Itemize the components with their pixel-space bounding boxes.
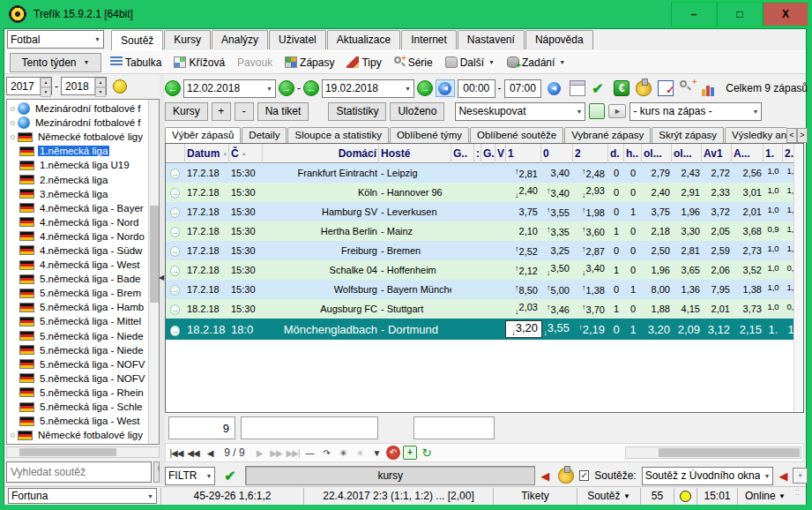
expand-window-icon[interactable]: + — [793, 468, 808, 484]
sidebar-item-league[interactable]: 2.německá liga — [7, 172, 148, 186]
tree-expand-icon[interactable] — [11, 107, 15, 111]
row-detail-icon[interactable]: → — [170, 326, 180, 336]
sidebar-item-league[interactable]: 5.německá liga - Rhein — [7, 386, 148, 400]
sidebar-item-league[interactable]: 5.německá liga - West — [7, 414, 148, 428]
reload-green[interactable]: ↻ — [420, 446, 434, 460]
next-record[interactable]: ▶ — [252, 448, 266, 458]
spin-up-icon[interactable]: ▲ — [41, 78, 51, 87]
tree-expand-icon[interactable] — [11, 121, 15, 125]
odds-cell[interactable]: ↑3,46 — [541, 303, 573, 315]
kursy-button[interactable]: Kursy — [165, 102, 208, 121]
prev-record[interactable]: ◀ — [203, 448, 217, 458]
na-tiket-button[interactable]: Na tiket — [257, 102, 309, 121]
scrollbar-thumb[interactable] — [659, 448, 800, 457]
tab-7[interactable]: Skrýt zápasy — [652, 127, 724, 143]
table-horizontal-scrollbar[interactable] — [625, 446, 801, 459]
menu-tab-2[interactable]: Kursy — [164, 30, 211, 49]
table-row[interactable]: →17.2.1815:30Hertha Berlin- Mainz2,10↑3,… — [166, 221, 803, 241]
odds-cell[interactable]: 2,10 — [506, 226, 541, 236]
toolbar-button-další[interactable]: Další▼ — [445, 56, 495, 69]
sidebar-item-league[interactable]: Mezinárodní fotbalové f — [7, 101, 148, 116]
online-dropdown[interactable]: Online ▼ — [738, 488, 793, 505]
sidebar-item-league[interactable]: Mezinárodní fotbalové f — [7, 116, 148, 130]
date-forward-icon[interactable]: → — [279, 80, 294, 96]
summary-box[interactable] — [413, 416, 495, 439]
sidebar-item-league[interactable]: 5.německá liga - Brem — [7, 286, 148, 300]
close-button[interactable]: X — [763, 2, 808, 26]
toolbar-button-pavouk[interactable]: Pavouk — [237, 56, 272, 69]
table-row[interactable]: →17.2.1815:30Wolfsburg- Bayern München↑8… — [166, 280, 803, 299]
alarm-bell-icon[interactable] — [558, 468, 574, 484]
odds-cell[interactable]: ↑3,40 — [541, 186, 573, 199]
odds-cell[interactable]: 3,75 — [506, 206, 541, 217]
sidebar-item-league[interactable]: 4.německá liga - Südw — [7, 244, 148, 258]
sidebar-item-league[interactable]: 5.německá liga - NOFV — [7, 371, 148, 386]
souteze-select[interactable]: Soutěž z Úvodního okna ▼ — [642, 467, 774, 485]
tab-8[interactable]: Výsledky analýz z více filtrů — [725, 127, 786, 143]
bookmaker-select[interactable]: Fortuna ▼ — [8, 488, 157, 504]
souteze-checkbox[interactable]: ✓ — [579, 470, 589, 481]
odds-cell[interactable]: 3,25 — [541, 245, 573, 256]
row-detail-icon[interactable]: → — [170, 169, 180, 179]
tab-5[interactable]: Oblíbené soutěže — [470, 127, 563, 143]
odds-cell[interactable]: ↑8,50 — [506, 283, 541, 296]
zoom-plus-icon[interactable]: + — [680, 80, 696, 96]
first-record[interactable]: |◀◀ — [169, 448, 183, 458]
odds-cell[interactable]: ↑5,00 — [541, 283, 573, 296]
sidebar-item-league[interactable]: Německé fotbalové ligy — [7, 130, 148, 144]
odds-cell[interactable]: ↑2,19 — [573, 323, 608, 336]
last-record[interactable]: ▶▶| — [286, 448, 300, 458]
menu-tab-1[interactable]: Soutěž — [111, 30, 163, 50]
spin-up-icon[interactable]: ▲ — [95, 78, 106, 87]
date-forward-icon[interactable]: → — [417, 80, 433, 96]
sidebar-item-league[interactable]: 4.německá liga - Nordo — [7, 229, 148, 244]
odds-cell[interactable]: ↓3,40 — [573, 263, 608, 277]
time-to-field[interactable]: 07:00 — [504, 79, 542, 98]
tree-expand-icon[interactable] — [11, 433, 15, 438]
sidebar-item-league[interactable]: 1.německá liga — [7, 144, 148, 158]
odds-cell[interactable]: ↑2,12 — [506, 264, 541, 276]
menu-tab-8[interactable]: Nápověda — [525, 30, 593, 49]
odds-cell[interactable]: ↑1,98 — [573, 206, 608, 218]
menu-tab-3[interactable]: Analýzy — [212, 30, 268, 49]
checklist-icon[interactable]: ✓ — [658, 80, 674, 96]
statistiky-button[interactable]: Statistiky — [328, 102, 386, 121]
odds-cell[interactable]: ↓3,20 — [506, 321, 541, 337]
tab-4[interactable]: Oblíbené týmy — [390, 127, 469, 143]
sidebar-item-league[interactable]: Německé fotbalové ligy — [7, 428, 148, 442]
date-back-icon[interactable]: ← — [303, 80, 319, 96]
odds-cell[interactable]: ↑2,52 — [506, 244, 541, 257]
add-green[interactable]: + — [403, 446, 417, 460]
toolbar-button-křížová[interactable]: Křížová — [174, 56, 225, 69]
odds-cell[interactable]: ↑2,48 — [573, 167, 608, 179]
minus-button[interactable]: - — [235, 102, 254, 121]
odds-cell[interactable]: ↑1,38 — [573, 283, 608, 296]
tree-vertical-scrollbar[interactable] — [148, 100, 159, 444]
tikety-status[interactable]: Tikety — [494, 488, 577, 505]
toolbar-button-tipy[interactable]: Tipy — [346, 56, 381, 69]
menu-tab-7[interactable]: Nastavení — [458, 30, 525, 49]
date-back-icon[interactable]: ← — [165, 80, 181, 96]
tab-1[interactable]: Výběr zápasů — [165, 127, 241, 143]
sidebar-item-league[interactable]: 1.německá liga U19 — [7, 158, 148, 172]
row-detail-icon[interactable]: → — [170, 285, 180, 296]
filter-check-icon[interactable]: ✔ — [224, 468, 240, 484]
tree-expand-icon[interactable] — [11, 135, 15, 139]
sidebar-item-league[interactable]: 4.německá liga - West — [7, 258, 148, 272]
table-row[interactable]: →17.2.1815:30Freiburg- Bremen↑2,523,25↑2… — [166, 241, 803, 260]
red-left-arrow-icon[interactable]: ◀ — [778, 469, 787, 483]
odds-cell[interactable]: ↑2,87 — [573, 244, 608, 257]
row-detail-icon[interactable]: → — [170, 227, 180, 237]
search-button[interactable] — [153, 461, 160, 483]
table-row[interactable]: →17.2.1815:30Frankfurt Eintracht- Leipzi… — [166, 163, 803, 183]
row-detail-icon[interactable]: → — [170, 304, 180, 315]
tree-horizontal-scrollbar[interactable] — [6, 446, 160, 458]
menu-tab-6[interactable]: Internet — [401, 30, 457, 49]
year-from-spinner[interactable]: 2017 ▲▼ — [6, 77, 52, 95]
dash-separator[interactable]: — — [302, 448, 317, 458]
prev-page[interactable]: ◀◀ — [186, 448, 200, 458]
refresh-arrow[interactable]: ↷ — [319, 448, 333, 458]
sidebar-item-league[interactable]: 5.německá liga - NOFV — [7, 357, 148, 371]
sidebar-item-league[interactable]: 5.německá liga - Schle — [7, 400, 148, 414]
date-from-select[interactable]: 12.02.2018 ▼ — [183, 79, 276, 98]
